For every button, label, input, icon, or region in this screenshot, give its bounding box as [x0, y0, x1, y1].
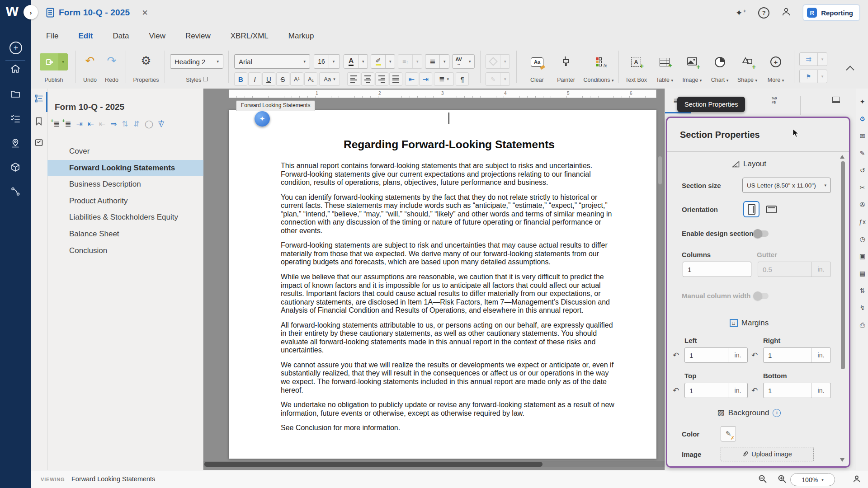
add-section-above-icon[interactable]: ≣+: [53, 120, 60, 128]
edit-icon[interactable]: ✎: [856, 150, 868, 156]
outline-section-item[interactable]: Conclusion: [47, 243, 203, 259]
reset-left-margin-icon[interactable]: ↶: [673, 351, 679, 360]
create-new-icon[interactable]: +: [9, 42, 22, 54]
number-format-icon[interactable]: %9#$: [772, 97, 777, 105]
move-up-down-icon[interactable]: ⇅: [122, 120, 128, 128]
font-size-dropdown[interactable]: 16▾: [314, 54, 340, 69]
attachments-icon[interactable]: ✇: [856, 202, 868, 208]
notes-icon[interactable]: [34, 138, 43, 147]
cut-icon[interactable]: ✂: [856, 184, 868, 191]
superscript-button[interactable]: A¹: [290, 72, 303, 86]
panel-scrollbar-thumb[interactable]: [841, 161, 845, 369]
tasks-checklist-icon[interactable]: [10, 113, 21, 124]
history-icon[interactable]: ↺: [856, 167, 868, 174]
menu-item-xbrl-xml[interactable]: XBRL/XML: [231, 32, 269, 41]
font-family-dropdown[interactable]: Arial▾: [234, 54, 310, 69]
time-check-icon[interactable]: ◷: [856, 236, 868, 242]
menu-item-file[interactable]: File: [46, 32, 58, 41]
presence-person-icon[interactable]: [852, 474, 861, 485]
print-icon[interactable]: ⎙: [856, 322, 868, 328]
document-paragraph[interactable]: While we believe that our assumptions ar…: [281, 273, 618, 315]
reset-right-margin-icon[interactable]: ↶: [751, 351, 758, 360]
location-pin-icon[interactable]: [10, 137, 21, 148]
publish-button[interactable]: ▾: [40, 53, 68, 70]
formulas-icon[interactable]: ƒx: [856, 219, 868, 225]
upload-image-button[interactable]: Upload image: [721, 447, 814, 461]
help-icon[interactable]: ?: [758, 7, 769, 19]
document-page[interactable]: Regarding Forward-Looking Statements Thi…: [229, 110, 656, 459]
enable-design-toggle[interactable]: [754, 230, 769, 237]
align-flag-control[interactable]: ⚑▾: [799, 70, 827, 83]
draw-line-control[interactable]: ✎▾: [486, 72, 510, 86]
columns-input[interactable]: 1: [683, 262, 751, 277]
pages-icon[interactable]: ▣: [856, 253, 868, 259]
comments-icon[interactable]: ✉: [856, 133, 868, 139]
line-spacing-control[interactable]: ≡↑▾: [398, 54, 422, 69]
margin-left-input[interactable]: 1in.: [684, 347, 748, 363]
align-left-button[interactable]: [347, 72, 360, 86]
document-paragraph[interactable]: This annual report contains forward-look…: [281, 162, 618, 187]
insert-more-button[interactable]: +: [763, 52, 788, 71]
bullet-list-control[interactable]: ≣▾: [425, 54, 449, 69]
reorder-icon[interactable]: ⇅: [856, 287, 868, 294]
insert-text-box-button[interactable]: A+: [622, 52, 650, 71]
insert-section-control[interactable]: ⇉▾: [799, 52, 827, 66]
conditions-button[interactable]: fx: [582, 52, 615, 71]
outline-section-item[interactable]: Liabilities & Stockholders Equity: [47, 209, 203, 226]
outline-section-item[interactable]: Balance Sheet: [47, 226, 203, 243]
format-painter-button[interactable]: [552, 52, 580, 71]
menu-item-data[interactable]: Data: [113, 32, 129, 41]
properties-gear-button[interactable]: ⚙: [131, 52, 161, 70]
orientation-landscape-button[interactable]: [763, 201, 779, 217]
align-justify-button[interactable]: [389, 72, 402, 86]
zoom-in-button[interactable]: [778, 474, 787, 485]
outline-section-item[interactable]: Business Description: [47, 176, 203, 193]
character-spacing-control[interactable]: AV↔ ▾: [452, 54, 475, 69]
account-person-icon[interactable]: [781, 7, 791, 19]
outline-view-icon[interactable]: [34, 94, 43, 103]
document-paragraph[interactable]: You can identify forward-looking stateme…: [281, 193, 618, 235]
footer-pane-icon[interactable]: [832, 97, 840, 103]
collapse-toolbar-chevron[interactable]: [846, 66, 854, 74]
menu-item-review[interactable]: Review: [185, 32, 211, 41]
margin-bottom-input[interactable]: 1in.: [763, 383, 831, 398]
insert-table-button[interactable]: +: [652, 52, 677, 71]
numbered-list-button[interactable]: ≣▾: [434, 72, 454, 86]
insert-image-button[interactable]: +: [679, 52, 705, 71]
section-boundary-tab[interactable]: Forward Looking Statements: [236, 100, 315, 111]
paragraph-style-dropdown[interactable]: Heading 2▾: [170, 54, 223, 69]
document-tab[interactable]: Form 10-Q - 2025 ✕: [44, 0, 150, 25]
bullet-list-icon[interactable]: ≣: [425, 55, 440, 68]
ai-assistant-bubble[interactable]: ✦: [255, 111, 270, 127]
add-section-below-icon[interactable]: ≣+: [65, 120, 71, 128]
indent-section-icon[interactable]: ⇥: [76, 120, 83, 128]
vertical-scrollbar-thumb[interactable]: [658, 156, 662, 184]
change-case-button[interactable]: Aa▾: [319, 72, 340, 86]
workspace-switcher[interactable]: R Reporting: [803, 5, 860, 21]
ai-sparkle-icon[interactable]: ✦✧: [736, 8, 746, 18]
formatting-marks-button[interactable]: ¶: [456, 72, 469, 86]
reset-top-margin-icon[interactable]: ↶: [673, 386, 679, 395]
document-paragraph[interactable]: Forward-looking statements are subject t…: [281, 241, 618, 267]
highlight-color-control[interactable]: ✐▾: [371, 54, 395, 69]
panel-scroll-down-arrow[interactable]: [840, 458, 844, 462]
undo-button[interactable]: ↶: [80, 52, 100, 70]
expand-collapse-icon[interactable]: ⇵: [133, 120, 140, 128]
zoom-level-dropdown[interactable]: 100%▾: [790, 473, 835, 486]
zoom-out-button[interactable]: [758, 474, 767, 485]
document-paragraph[interactable]: We cannot assure you that we will realiz…: [281, 361, 618, 394]
bookmarks-icon[interactable]: [34, 117, 43, 126]
panel-scroll-up-arrow[interactable]: [840, 155, 844, 159]
strikethrough-button[interactable]: S: [276, 72, 289, 86]
status-circle-icon[interactable]: ◯: [145, 120, 153, 128]
margin-top-input[interactable]: 1in.: [684, 383, 748, 398]
italic-button[interactable]: I: [248, 72, 261, 86]
reset-bottom-margin-icon[interactable]: ↶: [751, 386, 758, 395]
highlighter-icon[interactable]: ✐: [371, 55, 386, 68]
promote-section-icon[interactable]: ⇒: [110, 120, 117, 128]
horizontal-scrollbar-thumb[interactable]: [204, 462, 542, 467]
outline-section-item[interactable]: Product Authority: [47, 193, 203, 210]
margin-right-input[interactable]: 1in.: [763, 347, 831, 363]
layout-panels-icon[interactable]: ▤: [856, 270, 868, 277]
document-paragraph[interactable]: All forward-looking statements attributa…: [281, 321, 618, 355]
